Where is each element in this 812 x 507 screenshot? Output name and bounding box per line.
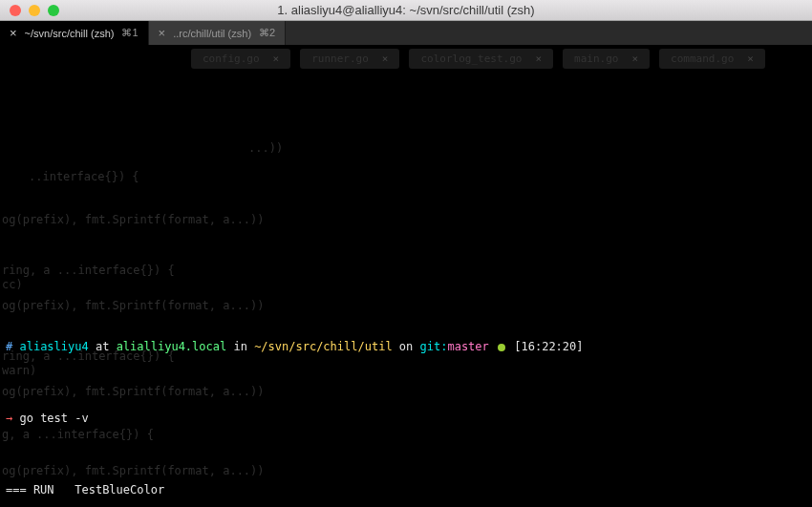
tab-shortcut: ⌘1 <box>121 27 138 39</box>
tab-label: ~/svn/src/chill (zsh) <box>25 28 115 39</box>
ghost-code: og(prefix), fmt.Sprintf(format, a...)) <box>2 385 265 399</box>
terminal-tab-1[interactable]: × ~/svn/src/chill (zsh) ⌘1 <box>0 21 149 45</box>
git-clean-dot-icon <box>498 344 505 351</box>
tab-label: ..rc/chill/util (zsh) <box>173 28 251 39</box>
ghost-code: g, a ...interface{}) { <box>2 428 154 442</box>
close-tab-icon[interactable]: × <box>10 27 17 39</box>
ghost-tab: main.go× <box>563 49 650 69</box>
ghost-code: og(prefix), fmt.Sprintf(format, a...)) <box>2 213 265 227</box>
terminal-tab-2[interactable]: × ..rc/chill/util (zsh) ⌘2 <box>149 21 287 45</box>
terminal-tabbar: × ~/svn/src/chill (zsh) ⌘1 × ..rc/chill/… <box>0 21 812 46</box>
ghost-code: ...)) <box>248 141 283 156</box>
terminal-pane[interactable]: config.go× runner.go× colorlog_test.go× … <box>0 46 812 507</box>
ghost-code: warn) <box>2 364 36 378</box>
ghost-code: cc) <box>2 278 23 292</box>
ghost-tab: colorlog_test.go× <box>409 49 553 69</box>
close-tab-icon[interactable]: × <box>159 27 166 39</box>
ghost-editor-tabs: config.go× runner.go× colorlog_test.go× … <box>191 49 765 69</box>
test-run-line: === RUN TestBlueColor <box>6 483 806 497</box>
tab-shortcut: ⌘2 <box>259 27 275 39</box>
window-titlebar: 1. aliasliyu4@alialliyu4: ~/svn/src/chil… <box>0 0 812 21</box>
prompt-line: # aliasliyu4 at alialliyu4.local in ~/sv… <box>6 340 806 354</box>
ghost-tab: command.go× <box>659 49 765 69</box>
window-title: 1. aliasliyu4@alialliyu4: ~/svn/src/chil… <box>0 3 812 17</box>
ghost-code: ..interface{}) { <box>29 170 139 184</box>
ghost-tab: config.go× <box>191 49 290 69</box>
ghost-code: og(prefix), fmt.Sprintf(format, a...)) <box>2 464 265 478</box>
command-line: → go test -v <box>6 412 806 426</box>
ghost-tab: runner.go× <box>300 49 399 69</box>
ghost-code: og(prefix), fmt.Sprintf(format, a...)) <box>2 299 265 313</box>
ghost-code: ring, a ...interface{}) { <box>2 264 175 278</box>
